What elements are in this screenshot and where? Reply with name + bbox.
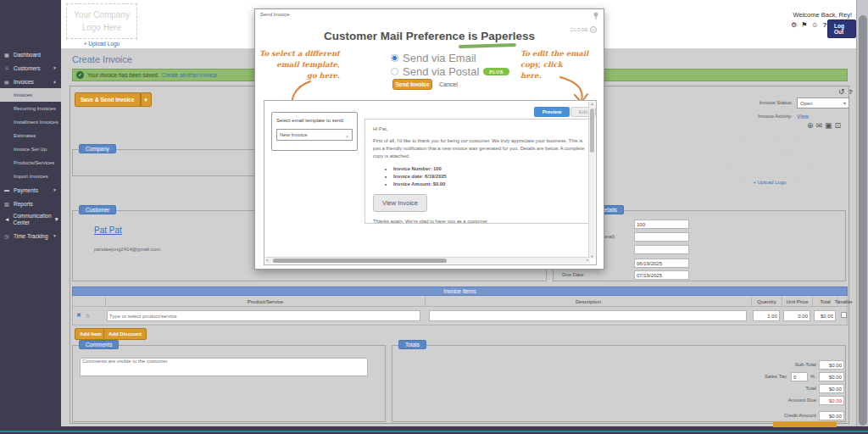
drag-handle-icon[interactable]: ⇅	[86, 313, 90, 319]
email-bullet: Invoice Number: 100	[393, 165, 585, 173]
plus-badge: PLUS	[483, 68, 509, 75]
quantity-input[interactable]	[753, 310, 780, 321]
save-send-dropdown-toggle[interactable]: ▾	[141, 92, 152, 107]
annotation-line: email template,	[259, 59, 340, 70]
page-help-icon[interactable]: ?	[849, 88, 853, 96]
invoice-date-input[interactable]	[634, 259, 689, 268]
page-scrollbar[interactable]	[856, 0, 868, 434]
gear-icon[interactable]: ⚙	[791, 21, 797, 29]
create-another-invoice-link[interactable]: Create another invoice.	[162, 72, 219, 78]
annotation-line: copy, click	[520, 59, 593, 70]
sidebar-subitem-products-services[interactable]: Products/Services	[0, 156, 61, 170]
due-date-input[interactable]	[634, 270, 689, 280]
description-input[interactable]	[429, 310, 747, 321]
product-service-input[interactable]	[107, 310, 420, 321]
remove-row-icon[interactable]: ✕	[76, 312, 81, 319]
salestax-rate-input[interactable]	[791, 372, 808, 381]
sidebar-item-payments[interactable]: ▬Payments▼	[0, 183, 61, 197]
bottom-save-send-button-clipped[interactable]	[773, 421, 837, 427]
logout-button[interactable]: Log Out	[827, 19, 856, 38]
salestax-percent: %	[810, 374, 815, 379]
sidebar-item-reports[interactable]: ▥Reports	[0, 197, 61, 210]
invoice-activity-view-link[interactable]: View	[797, 114, 809, 120]
email-preview-panel: Select email template to send: New Invoi…	[264, 100, 597, 265]
user-icon[interactable]: ☺	[811, 21, 818, 29]
view-invoice-button[interactable]: View Invoice	[373, 194, 427, 212]
modal-heading: Customer Mail Preference is Paperless	[255, 30, 604, 42]
sidebar-item-invoices[interactable]: ▤Invoices▲	[0, 75, 61, 88]
sidebar-subitem-installment-invoices[interactable]: Installment Invoices	[0, 115, 61, 129]
chevron-up-icon: ▲	[53, 79, 57, 84]
invoice-items-bar: Invoice Items	[72, 287, 848, 296]
chevron-down-icon: ▼	[53, 65, 57, 70]
sidebar-item-dashboard[interactable]: ▦Dashboard	[0, 47, 61, 61]
sidebar-item-communication-center[interactable]: ◄Communication Center▼	[0, 210, 61, 229]
add-discount-button[interactable]: Add Discount	[103, 328, 147, 340]
sidebar-item-customers[interactable]: ☺Customers▼	[0, 61, 61, 75]
globe-icon[interactable]: ⊕	[807, 121, 814, 130]
subtotal-value	[819, 360, 844, 370]
salesperson-input[interactable]	[634, 245, 689, 254]
preview-vertical-scrollbar[interactable]: ▲▼	[588, 102, 595, 259]
invoice-logo-placeholder[interactable]: Your Company Logo Here	[731, 139, 809, 178]
send-via-email-option[interactable]: Send via Email	[391, 52, 476, 64]
po-number-input[interactable]	[634, 232, 689, 242]
salestax-label: Sales Tax	[710, 374, 787, 379]
totals-section: Sub-Total Sales Tax % Total Amount Due C…	[392, 345, 846, 422]
sidebar-subitem-import-invoices[interactable]: Import Invoices	[0, 170, 61, 183]
company-logo-placeholder[interactable]: Your Company Logo Here	[66, 3, 137, 39]
totals-tab: Totals	[398, 340, 426, 349]
annotation-line: To select a different	[259, 48, 340, 59]
sidebar-subitem-invoices[interactable]: Invoices	[0, 88, 61, 102]
invoice-upload-logo-link[interactable]: + Upload Logo	[731, 180, 809, 185]
like-icon[interactable]: ⚑	[801, 21, 807, 29]
preview-horizontal-scrollbar[interactable]: ◂ ▸	[265, 257, 590, 264]
company-tab: Company	[79, 144, 116, 153]
preview-button[interactable]: Preview	[534, 107, 570, 117]
sidebar-label: Time Tracking	[14, 233, 48, 239]
mail-icon[interactable]: ✉	[816, 121, 823, 130]
sidebar: ▦Dashboard ☺Customers▼ ▤Invoices▲ Invoic…	[0, 0, 61, 434]
row-total-input[interactable]	[814, 310, 836, 321]
col-description: Description	[425, 296, 751, 307]
invoice-number-input[interactable]	[634, 220, 689, 229]
email-closing: Thanks again. We're glad to have you as …	[373, 218, 585, 224]
logo-line1: Your Company	[67, 8, 136, 21]
footer-bar	[0, 426, 868, 434]
sidebar-item-time-tracking[interactable]: ◷Time Tracking▼	[0, 229, 61, 242]
template-select[interactable]: New Invoice⌄	[276, 129, 353, 141]
sidebar-subitem-estimates[interactable]: Estimates	[0, 129, 61, 142]
customer-name-link[interactable]: Pat Pat	[94, 225, 122, 235]
taxable-checkbox[interactable]	[841, 312, 847, 318]
invoices-icon: ▤	[4, 79, 10, 85]
amount-due-label: Amount Due	[740, 398, 816, 403]
scrollbar-thumb[interactable]	[859, 15, 867, 426]
option-label: Send via Postal	[403, 65, 479, 78]
send-via-postal-option[interactable]: Send via Postal PLUS	[391, 65, 509, 78]
invoice-status-select[interactable]: Open▾	[797, 97, 849, 108]
sidebar-subitem-invoice-set-up[interactable]: Invoice Set Up	[0, 142, 61, 156]
cancel-link[interactable]: Cancel	[439, 81, 458, 87]
chevron-down-icon: ▾	[843, 100, 846, 106]
history-icon[interactable]: ↺	[838, 87, 845, 96]
save-send-invoice-button[interactable]: Save & Send Invoice	[75, 92, 141, 107]
help-icon[interactable]: ?	[823, 21, 827, 29]
email-bullet: Invoice Amount: $0.00	[393, 181, 585, 188]
radio-icon	[391, 68, 398, 75]
unit-price-input[interactable]	[783, 310, 810, 321]
reports-icon: ▥	[4, 201, 10, 207]
sidebar-subitem-recurring-invoices[interactable]: Recurring Invoices	[0, 102, 61, 115]
total-value	[819, 384, 844, 393]
sidebar-label: Payments	[14, 187, 38, 193]
add-item-button[interactable]: Add Item	[75, 328, 107, 340]
upload-logo-link[interactable]: + Upload Logo	[66, 41, 137, 47]
pin-icon[interactable]	[593, 12, 599, 20]
devices-icon[interactable]: ⊡	[835, 121, 842, 130]
printer-icon[interactable]: ▣	[825, 121, 832, 130]
col-unit-price: Unit Price	[782, 296, 812, 307]
logo-line2: Logo Here	[67, 21, 136, 34]
sidebar-label: Invoices	[14, 79, 34, 85]
comments-textarea[interactable]	[80, 358, 368, 376]
send-invoice-button[interactable]: Send Invoice	[392, 79, 432, 90]
invoice-status-value: Open	[800, 101, 813, 106]
